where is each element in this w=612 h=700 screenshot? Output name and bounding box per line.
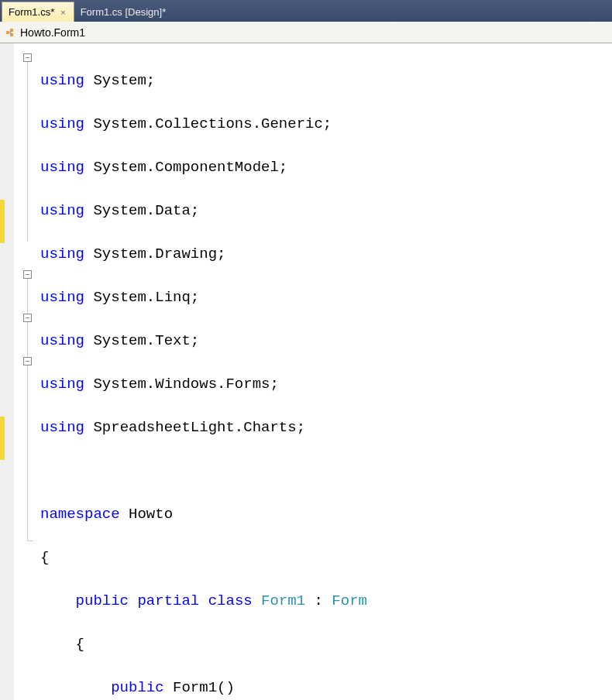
code-line: namespace Howto	[40, 503, 612, 525]
code-line: {	[40, 633, 612, 655]
change-marker	[0, 200, 5, 243]
tab-bar: Form1.cs* × Form1.cs [Design]*	[0, 0, 612, 22]
code-line: using System.Data;	[40, 200, 612, 221]
code-line: using System.Linq;	[40, 287, 612, 308]
close-icon[interactable]: ×	[59, 8, 67, 17]
code-line: using System.ComponentModel;	[40, 156, 612, 178]
tab-form1-cs[interactable]: Form1.cs* ×	[2, 2, 74, 22]
code-line	[40, 460, 612, 482]
fold-toggle[interactable]: −	[23, 270, 32, 279]
outline-margin: − − − −	[14, 43, 40, 700]
fold-toggle[interactable]: −	[23, 53, 32, 62]
class-icon	[5, 26, 17, 39]
indicator-margin	[0, 43, 14, 700]
fold-toggle[interactable]: −	[23, 357, 32, 365]
change-marker	[0, 417, 5, 460]
code-line: using System;	[40, 70, 612, 91]
svg-rect-0	[6, 31, 9, 34]
fold-end	[27, 540, 33, 541]
code-editor[interactable]: − − − − using System; using System.Colle…	[0, 43, 612, 700]
tab-form1-design[interactable]: Form1.cs [Design]*	[74, 2, 173, 22]
code-line: using SpreadsheetLight.Charts;	[40, 417, 612, 438]
code-line: using System.Collections.Generic;	[40, 113, 612, 135]
code-line: {	[40, 547, 612, 568]
fold-toggle[interactable]: −	[23, 314, 32, 322]
tab-label: Form1.cs*	[9, 6, 54, 18]
code-content[interactable]: using System; using System.Collections.G…	[40, 43, 612, 700]
code-line: using System.Drawing;	[40, 243, 612, 265]
code-line: public Form1()	[40, 677, 612, 698]
code-line: using System.Windows.Forms;	[40, 373, 612, 395]
code-line: using System.Text;	[40, 330, 612, 352]
navigation-bar[interactable]: Howto.Form1	[0, 22, 612, 43]
code-line: public partial class Form1 : Form	[40, 590, 612, 612]
tab-label: Form1.cs [Design]*	[81, 6, 167, 18]
fold-line	[27, 62, 28, 242]
breadcrumb-label: Howto.Form1	[20, 26, 85, 39]
